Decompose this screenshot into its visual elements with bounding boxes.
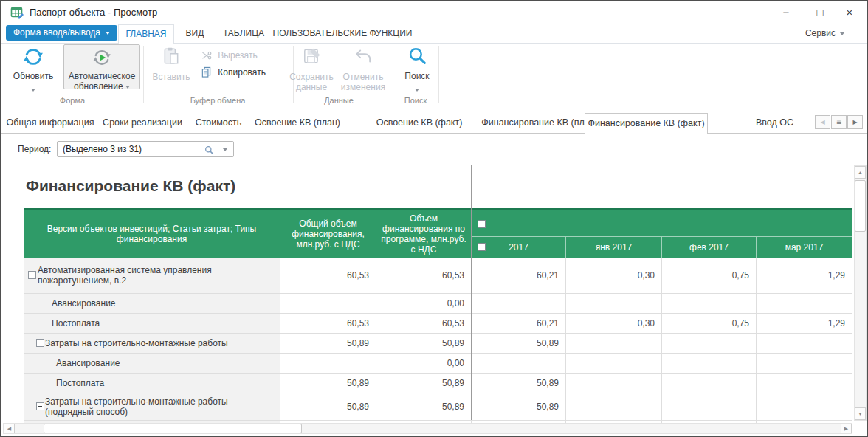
frozen-column-splitter[interactable]	[471, 165, 472, 420]
cell[interactable]: 50,89	[280, 393, 376, 421]
tab-scroll-right-button[interactable]: ▶	[847, 115, 863, 129]
tab-kv-fin-fact[interactable]: Финансирование КВ (факт)	[585, 113, 708, 134]
cell[interactable]	[662, 374, 757, 393]
service-menu[interactable]: Сервис	[805, 24, 844, 43]
cell[interactable]: 50,89	[472, 334, 566, 354]
tree-cell[interactable]: Затраты на строительно-монтажные работы	[24, 334, 280, 354]
tab-implementation[interactable]: Сроки реализации	[103, 112, 182, 133]
cell[interactable]	[566, 294, 662, 314]
scroll-left-button[interactable]: ◀	[4, 424, 15, 433]
tab-list-button[interactable]: ≡	[831, 115, 847, 129]
vertical-scrollbar-thumb[interactable]	[855, 180, 866, 232]
cell[interactable]	[566, 354, 662, 374]
collapse-year-icon[interactable]	[478, 243, 486, 251]
form-io-menu-button[interactable]: Форма ввода/вывода	[6, 25, 117, 41]
cell[interactable]: 60,53	[280, 314, 376, 334]
scroll-right-button[interactable]: ▶	[841, 424, 852, 433]
cell[interactable]	[662, 294, 757, 314]
search-icon[interactable]	[204, 145, 214, 158]
cell[interactable]	[280, 354, 376, 374]
period-label: Период:	[18, 141, 51, 157]
cell[interactable]	[757, 354, 852, 374]
search-button[interactable]: Поиск	[399, 44, 435, 94]
collapse-row-icon[interactable]	[36, 402, 44, 410]
collapse-years-icon[interactable]	[478, 220, 486, 228]
cell[interactable]: 50,89	[280, 374, 376, 393]
app-icon	[10, 6, 24, 19]
cell[interactable]: 0,30	[566, 258, 662, 294]
cell[interactable]	[566, 393, 662, 421]
tree-cell[interactable]: Постоплата	[24, 374, 280, 393]
cell[interactable]	[757, 294, 852, 314]
tab-kv-dev-fact[interactable]: Освоение КВ (факт)	[376, 112, 463, 133]
collapse-row-icon[interactable]	[36, 339, 44, 347]
cell[interactable]	[662, 393, 757, 421]
cell[interactable]	[757, 393, 852, 421]
header-jan-2017[interactable]: янв 2017	[566, 237, 662, 258]
cell[interactable]: 0,75	[662, 258, 757, 294]
close-button[interactable]: ×	[836, 1, 864, 23]
ribbon-tab-table[interactable]: ТАБЛИЦА	[223, 24, 264, 43]
cell[interactable]: 60,21	[472, 314, 566, 334]
header-total-column: Общий объем финансирования, млн.руб. с Н…	[280, 210, 376, 258]
cell[interactable]: 60,53	[376, 258, 472, 294]
ribbon-tab-view[interactable]: ВИД	[186, 24, 204, 43]
cell[interactable]: 50,89	[376, 393, 472, 421]
cell[interactable]	[757, 334, 852, 354]
cell[interactable]: 50,89	[280, 334, 376, 354]
cell[interactable]: 0,75	[662, 314, 757, 334]
cell[interactable]	[566, 334, 662, 354]
tab-kv-dev-plan[interactable]: Освоение КВ (план)	[255, 112, 340, 133]
table-row: Затраты на строительно-монтажные работы …	[24, 334, 852, 354]
collapse-row-icon[interactable]	[28, 271, 36, 279]
tab-scroll-left-button[interactable]: ◀	[815, 115, 830, 129]
header-feb-2017[interactable]: фев 2017	[662, 237, 757, 258]
cell[interactable]	[662, 354, 757, 374]
tree-cell[interactable]: Авансирование	[24, 354, 280, 374]
tab-os-input[interactable]: Ввод ОС	[756, 112, 809, 133]
cell[interactable]: 0,00	[376, 354, 472, 374]
cell[interactable]: 60,21	[472, 258, 566, 294]
period-combobox[interactable]: (Выделено 3 из 31)	[57, 141, 234, 157]
cell[interactable]: 0,30	[566, 314, 662, 334]
cell[interactable]: 60,53	[376, 314, 472, 334]
cell[interactable]	[280, 294, 376, 314]
cell[interactable]	[757, 374, 852, 393]
minimize-button[interactable]: −	[772, 1, 800, 23]
vertical-scrollbar[interactable]: ▲ ▼	[854, 165, 867, 421]
horizontal-scrollbar-thumb[interactable]	[44, 424, 302, 433]
cell[interactable]	[662, 334, 757, 354]
auto-refresh-button[interactable]: Автоматическое обновление	[63, 44, 140, 89]
cell[interactable]	[566, 374, 662, 393]
group-label-clipboard: Буфер обмена	[190, 96, 246, 105]
cell[interactable]: 0,00	[376, 294, 472, 314]
header-mar-2017[interactable]: мар 2017	[757, 237, 852, 258]
cell[interactable]: 50,89	[472, 374, 566, 393]
tree-cell[interactable]: Авансирование	[24, 294, 280, 314]
tree-cell[interactable]: Автоматизированная система управления по…	[24, 258, 280, 294]
refresh-button[interactable]: Обновить	[9, 44, 58, 94]
ribbon-tab-user-functions[interactable]: ПОЛЬЗОВАТЕЛЬСКИЕ ФУНКЦИИ	[273, 24, 413, 43]
tab-cost[interactable]: Стоимость	[196, 112, 242, 133]
horizontal-scrollbar[interactable]: ◀ ▶	[3, 423, 852, 434]
cell[interactable]: 50,89	[472, 393, 566, 421]
tree-cell[interactable]: Постоплата	[24, 314, 280, 334]
cell[interactable]: 1,29	[757, 314, 852, 334]
cell[interactable]	[472, 294, 566, 314]
cell[interactable]: 60,53	[280, 258, 376, 294]
chevron-down-icon[interactable]	[223, 148, 227, 151]
scroll-up-button[interactable]: ▲	[855, 166, 866, 179]
tree-cell[interactable]: Затраты на строительно-монтажные работы …	[24, 393, 280, 421]
cell[interactable]: 50,89	[376, 374, 472, 393]
chevron-down-icon	[125, 86, 130, 89]
cell[interactable]: 50,89	[376, 334, 472, 354]
copy-button[interactable]: Копировать	[201, 66, 266, 80]
maximize-button[interactable]: □	[806, 1, 834, 23]
tab-kv-fin-plan[interactable]: Финансирование КВ (план)	[481, 112, 597, 133]
scroll-down-button[interactable]: ▼	[855, 407, 866, 420]
cell[interactable]: 1,29	[757, 258, 852, 294]
ribbon-tab-main[interactable]: ГЛАВНАЯ	[118, 24, 174, 44]
tab-general-info[interactable]: Общая информация	[7, 112, 94, 133]
header-year-2017[interactable]: 2017	[472, 237, 566, 258]
cell[interactable]	[472, 354, 566, 374]
